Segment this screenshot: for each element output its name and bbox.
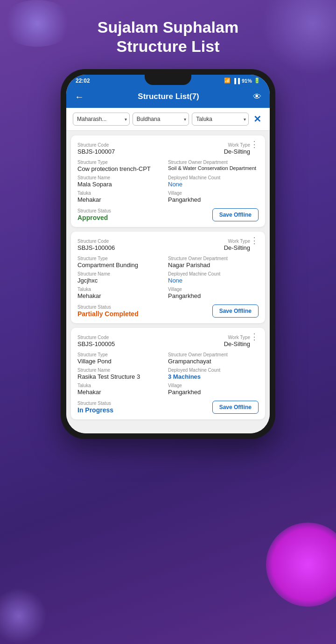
status-time: 22:02 [76, 78, 90, 84]
eye-button[interactable]: 👁 [253, 92, 261, 102]
card1-machines-field: Deployed Machine Count None [168, 174, 259, 189]
card3-taluka-field: Taluka Mehakar [77, 382, 168, 397]
card2-code-field: Structure Code SBJS-100006 [77, 237, 164, 253]
wifi-icon: 📶 [224, 78, 231, 84]
taluka-filter-wrapper: Taluka [192, 113, 249, 126]
card2-menu-button[interactable]: ⋮ [250, 236, 259, 245]
card1-status-field: Structure Status Approved [77, 208, 111, 221]
card1-save-offline-button[interactable]: Save Offline [212, 208, 259, 221]
district-filter[interactable]: Buldhana [133, 113, 189, 126]
card2-type-field: Structure Type Compartment Bunding [77, 255, 168, 270]
card1-status-badge: Approved [77, 214, 111, 221]
app-header: ← Structure List(7) 👁 [66, 87, 270, 108]
clear-filter-button[interactable]: ✕ [252, 113, 263, 125]
card1-name-field: Structure Name Mala Sopara [77, 174, 168, 189]
header-title: Structure List(7) [138, 92, 199, 101]
card3-village-field: Village Pangarkhed [168, 382, 259, 397]
card1-menu-button[interactable]: ⋮ [250, 140, 259, 149]
battery-text: 91% [242, 78, 252, 84]
card2-taluka-field: Taluka Mehakar [77, 285, 168, 301]
taluka-filter[interactable]: Taluka [192, 113, 249, 126]
structure-card-2: Structure Code SBJS-100006 Work Type De-… [71, 232, 265, 323]
card3-save-offline-button[interactable]: Save Offline [212, 401, 259, 414]
card1-village-field: Village Pangarkhed [168, 189, 259, 205]
card1-type-field: Structure Type Cow protection trench-CPT [77, 158, 168, 174]
phone-shell: 22:02 📶 ▐▐ 91% 🔋 ← Structure List(7) 👁 M… [61, 69, 275, 439]
page-title: Sujalam Suphalam Structure List [98, 18, 238, 56]
card2-save-offline-button[interactable]: Save Offline [212, 304, 259, 318]
card2-machines-field: Deployed Machine Count None [168, 270, 259, 285]
card2-village-field: Village Pangarkhed [168, 285, 259, 301]
signal-icon: ▐▐ [232, 78, 240, 84]
card2-status-field: Structure Status Partially Completed [77, 304, 139, 318]
card3-type-field: Structure Type Village Pond [77, 351, 168, 366]
state-filter[interactable]: Maharash... [73, 113, 130, 126]
state-filter-wrapper: Maharash... [73, 113, 130, 126]
card3-machines-field: Deployed Machine Count 3 Machines [168, 366, 259, 382]
card2-name-field: Structure Name Jgcjhxc [77, 270, 168, 285]
phone-screen: 22:02 📶 ▐▐ 91% 🔋 ← Structure List(7) 👁 M… [66, 75, 270, 433]
structure-card-1: Structure Code SBJS-100007 Work Type De-… [71, 135, 265, 227]
card2-dept-field: Structure Owner Department Nagar Parisha… [168, 255, 259, 270]
card1-code-field: Structure Code SBJS-100007 [77, 141, 164, 156]
card3-code-field: Structure Code SBJS-100005 [77, 333, 164, 349]
district-filter-wrapper: Buldhana [133, 113, 189, 126]
back-button[interactable]: ← [75, 92, 84, 102]
card1-dept-field: Structure Owner Department Soil & Water … [168, 158, 259, 174]
card1-worktype-field: Work Type De-Silting [224, 141, 250, 156]
card2-status-badge: Partially Completed [77, 310, 139, 318]
card3-status-badge: In Progress [77, 406, 113, 414]
filter-bar: Maharash... Buldhana Taluka ✕ [66, 108, 270, 131]
status-icons: 📶 ▐▐ 91% 🔋 [224, 78, 260, 84]
card3-menu-button[interactable]: ⋮ [250, 333, 259, 341]
battery-icon: 🔋 [254, 78, 260, 84]
card2-worktype-field: Work Type De-Silting [224, 237, 250, 253]
phone-notch [145, 75, 191, 85]
card3-name-field: Structure Name Rasika Test Structure 3 [77, 366, 168, 382]
structure-card-3: Structure Code SBJS-100005 Work Type De-… [71, 328, 265, 419]
card3-worktype-field: Work Type De-Silting [224, 333, 250, 349]
card3-dept-field: Structure Owner Department Grampanchayat [168, 351, 259, 366]
card3-status-field: Structure Status In Progress [77, 401, 113, 414]
structure-list: Structure Code SBJS-100007 Work Type De-… [66, 131, 270, 424]
card1-taluka-field: Taluka Mehakar [77, 189, 168, 205]
